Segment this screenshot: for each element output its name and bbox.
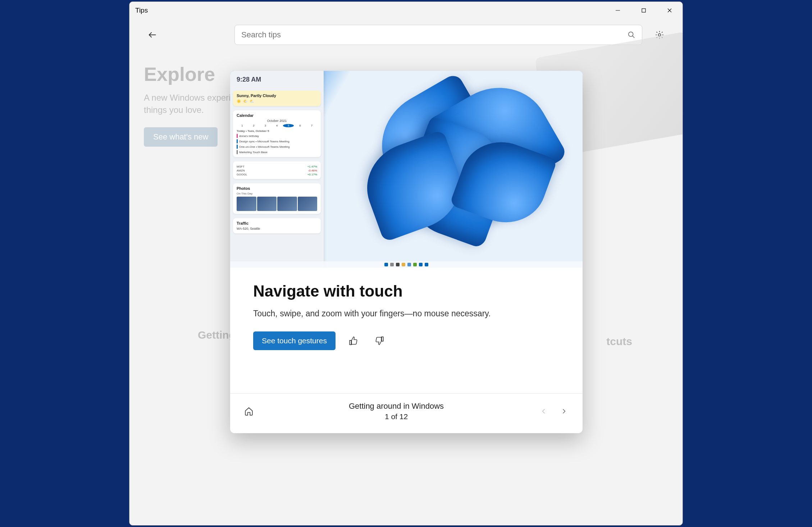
maximize-button[interactable] [631,2,657,19]
tip-cta-button[interactable]: See touch gestures [253,331,336,350]
close-icon [667,8,672,13]
minimize-icon [615,8,621,13]
tip-card: 9:28 AM Sunny, Partly Cloudy ☀️🌤️⛅ Calen… [230,71,583,433]
page-indicator: 1 of 12 [257,412,535,421]
search-input[interactable] [241,30,628,40]
tip-actions: See touch gestures [253,331,560,350]
gear-icon [655,30,664,40]
home-button[interactable] [240,403,257,420]
footer-center: Getting around in Windows 1 of 12 [257,402,535,421]
search-box[interactable] [234,25,642,45]
pager-buttons [535,403,572,420]
tip-body: Navigate with touch Touch, swipe, and zo… [230,268,583,394]
weather-widget: Sunny, Partly Cloudy ☀️🌤️⛅ [233,91,321,106]
photos-widget: Photos On This Day [233,183,321,214]
bg-hero-button: See what's new [144,127,218,147]
close-button[interactable] [657,2,683,19]
tip-footer: Getting around in Windows 1 of 12 [230,394,583,433]
hero-taskbar [230,261,583,268]
svg-point-6 [658,34,661,36]
svg-rect-1 [642,9,646,12]
bg-partial-text-right: tcuts [606,335,632,348]
thumbs-down-icon [375,336,384,345]
titlebar: Tips [129,2,683,19]
svg-point-4 [629,32,633,37]
window-title: Tips [135,6,148,14]
tips-window: Tips Explore A new W [129,1,683,526]
minimize-button[interactable] [605,2,631,19]
toolbar [129,19,683,52]
chevron-left-icon [540,408,547,415]
maximize-icon [641,8,647,13]
next-tip-button[interactable] [555,403,572,420]
collection-title: Getting around in Windows [257,402,535,411]
home-icon [244,407,254,416]
calendar-widget: Calendar October 2021 1234567 Today • Tu… [233,110,321,157]
search-icon[interactable] [628,31,635,39]
thumbs-up-icon [349,336,358,345]
svg-line-5 [633,36,635,38]
traffic-widget: Traffic WA-520, Seattle [233,218,321,233]
back-button[interactable] [144,26,161,43]
hero-time: 9:28 AM [230,71,324,88]
stocks-widget: MSFT+1.47%AMZN-0.46%GOOGL+0.17% [233,161,321,179]
tip-title: Navigate with touch [253,282,560,300]
settings-button[interactable] [651,26,668,43]
thumbs-down-button[interactable] [371,333,387,349]
tip-hero-image: 9:28 AM Sunny, Partly Cloudy ☀️🌤️⛅ Calen… [230,71,583,268]
thumbs-up-button[interactable] [346,333,361,349]
window-controls [605,2,683,19]
previous-tip-button[interactable] [535,403,552,420]
hero-widgets-panel: 9:28 AM Sunny, Partly Cloudy ☀️🌤️⛅ Calen… [230,71,324,268]
windows-bloom-graphic [316,71,583,268]
chevron-right-icon [560,408,567,415]
arrow-left-icon [147,30,158,40]
tip-description: Touch, swipe, and zoom with your fingers… [253,309,560,319]
